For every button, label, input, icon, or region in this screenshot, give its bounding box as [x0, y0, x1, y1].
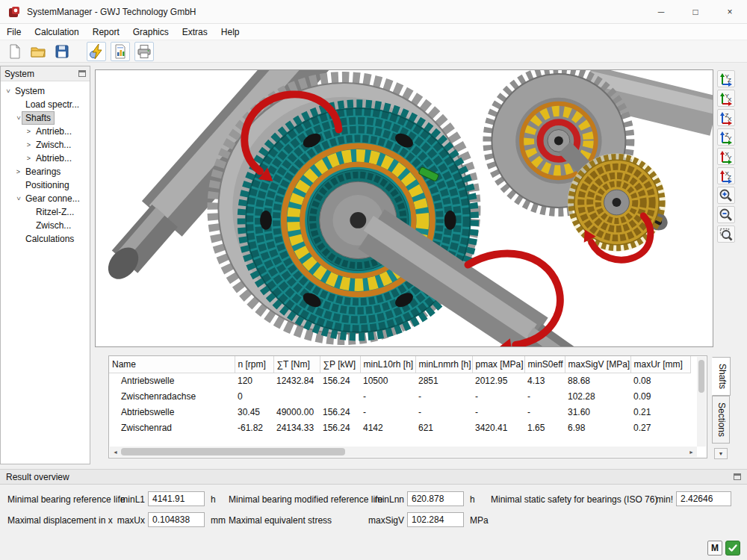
print-icon[interactable]	[134, 42, 154, 61]
cell: Zwischenrad	[109, 420, 235, 435]
panel-header: System	[1, 66, 90, 81]
scroll-left-icon[interactable]: ◄	[110, 447, 121, 457]
3d-gear-rendering	[96, 70, 713, 346]
menu-calculation[interactable]: Calculation	[28, 25, 85, 39]
tree-item-antriebswelle[interactable]: > Antrieb...	[1, 125, 90, 138]
scrollbar-thumb[interactable]	[121, 448, 345, 455]
column-header[interactable]: minL10rh [h]	[360, 356, 415, 373]
zoom-window-icon[interactable]	[717, 225, 735, 243]
axis-letter: Z	[728, 77, 731, 84]
tree-item-label: Load spectr...	[22, 99, 82, 111]
cell	[320, 388, 360, 404]
table-header-row: Name n [rpm] ∑T [Nm] ∑P [kW] minL10rh [h…	[109, 356, 690, 373]
view-orientation-button[interactable]: Y X	[717, 90, 735, 107]
field-unit: mm	[211, 515, 226, 526]
report-icon[interactable]	[111, 42, 130, 61]
cell: 156.24	[320, 404, 360, 420]
cell: 12432.84	[273, 373, 320, 388]
tree-item-zwischenwelle[interactable]: > Zwisch...	[1, 138, 90, 152]
tree-item-bearings[interactable]: > Bearings	[1, 165, 90, 178]
tree-item-abtriebswelle[interactable]: > Abtrieb...	[1, 152, 90, 165]
minLnn-field[interactable]: 620.878	[407, 491, 464, 506]
field-code: maxSigV	[364, 515, 404, 526]
minL1-field[interactable]: 4141.91	[148, 491, 205, 506]
cell: -	[524, 404, 565, 420]
view-orientation-button[interactable]: X Y	[717, 148, 735, 165]
tree-item-ritzel[interactable]: > Ritzel-Z...	[1, 205, 90, 219]
field-code: minL1	[117, 494, 145, 505]
status-ok-check-icon[interactable]	[725, 541, 740, 556]
view-orientation-button[interactable]: Z X	[717, 109, 735, 126]
chevron-right-icon[interactable]: >	[25, 141, 33, 149]
chevron-down-icon[interactable]: >	[15, 195, 22, 203]
column-header[interactable]: n [rpm]	[235, 356, 273, 373]
view-orientation-button[interactable]: Y Z	[717, 70, 735, 87]
column-header[interactable]: minS0eff	[524, 356, 565, 373]
table-row[interactable]: Antriebswelle 120 12432.84 156.24 10500 …	[109, 373, 690, 388]
column-header[interactable]: minLnmrh [h]	[415, 356, 472, 373]
calculate-icon[interactable]	[87, 42, 106, 61]
float-panel-icon[interactable]	[734, 473, 741, 480]
cell: 31.60	[565, 404, 630, 420]
table-row[interactable]: Zwischenradachse 0 - - - - 102.28 0.09	[109, 388, 690, 404]
cell: 88.68	[565, 373, 630, 388]
column-header[interactable]: maxUr [mm]	[630, 356, 690, 373]
cell: 2851	[415, 373, 472, 388]
chevron-down-icon[interactable]: >	[15, 114, 22, 122]
minS-field[interactable]: 2.42646	[676, 491, 731, 506]
cell: 0.21	[630, 404, 690, 420]
chevron-right-icon[interactable]: >	[14, 168, 22, 175]
tree-item-shafts[interactable]: > Shafts	[1, 111, 90, 125]
column-header[interactable]: Name	[109, 356, 235, 373]
tree-item-zwischenrad[interactable]: > Zwisch...	[1, 219, 90, 232]
cell: 0.09	[630, 388, 690, 404]
main-area: System > System > Load spectr... > Shaft…	[0, 63, 747, 469]
tree-item-system[interactable]: > System	[1, 84, 90, 98]
menu-help[interactable]: Help	[214, 25, 247, 39]
zoom-in-icon[interactable]	[717, 187, 735, 204]
tree-item-label: Shafts	[22, 112, 54, 124]
new-document-icon[interactable]	[4, 42, 24, 61]
tab-scroll-down-icon[interactable]: ▼	[714, 448, 728, 459]
column-header[interactable]: pmax [MPa]	[472, 356, 524, 373]
menu-extras[interactable]: Extras	[176, 25, 214, 39]
3d-viewport[interactable]	[95, 69, 713, 347]
tree-item-gear-connections[interactable]: > Gear conne...	[1, 192, 90, 205]
view-orientation-button[interactable]: X Z	[717, 167, 735, 184]
menu-graphics[interactable]: Graphics	[126, 25, 176, 39]
chevron-right-icon[interactable]: >	[25, 155, 33, 162]
zoom-out-icon[interactable]	[717, 206, 735, 223]
horizontal-scrollbar[interactable]: ◄ ►	[110, 447, 697, 457]
cell: 156.24	[320, 373, 360, 388]
cell: 156.24	[320, 420, 360, 435]
menu-file[interactable]: File	[0, 25, 28, 39]
tab-sections[interactable]: Sections	[712, 396, 730, 444]
open-folder-icon[interactable]	[28, 42, 48, 61]
table-row[interactable]: Abtriebswelle 30.45 49000.00 156.24 - - …	[109, 404, 690, 420]
minimize-button[interactable]: ─	[644, 0, 678, 24]
column-header[interactable]: ∑P [kW]	[320, 356, 360, 373]
vertical-scrollbar[interactable]	[697, 357, 706, 447]
scroll-right-icon[interactable]: ►	[686, 447, 697, 457]
tree-item-calculations[interactable]: > Calculations	[1, 232, 90, 246]
tree-item-load-spectrum[interactable]: > Load spectr...	[1, 98, 90, 111]
close-button[interactable]: ×	[713, 0, 747, 24]
float-panel-icon[interactable]	[78, 70, 86, 77]
tree-item-positioning[interactable]: > Positioning	[1, 178, 90, 192]
tree-item-label: Bearings	[22, 166, 63, 178]
maxUx-field[interactable]: 0.104838	[148, 512, 205, 527]
chevron-right-icon[interactable]: >	[25, 128, 33, 135]
save-icon[interactable]	[52, 42, 72, 61]
units-mm-button[interactable]: M	[707, 541, 722, 556]
view-orientation-button[interactable]: Z Y	[717, 128, 735, 146]
menu-report[interactable]: Report	[86, 25, 126, 39]
scrollbar-thumb[interactable]	[698, 360, 704, 393]
column-header[interactable]: ∑T [Nm]	[273, 356, 320, 373]
tree-item-label: Antrieb...	[33, 125, 75, 137]
chevron-down-icon[interactable]: >	[4, 87, 12, 96]
maxSigV-field[interactable]: 102.284	[407, 512, 464, 527]
tab-shafts[interactable]: Shafts	[712, 357, 731, 396]
table-row[interactable]: Zwischenrad -61.82 24134.33 156.24 4142 …	[109, 420, 690, 435]
maximize-button[interactable]: □	[678, 0, 713, 24]
column-header[interactable]: maxSigV [MPa]	[565, 356, 630, 373]
